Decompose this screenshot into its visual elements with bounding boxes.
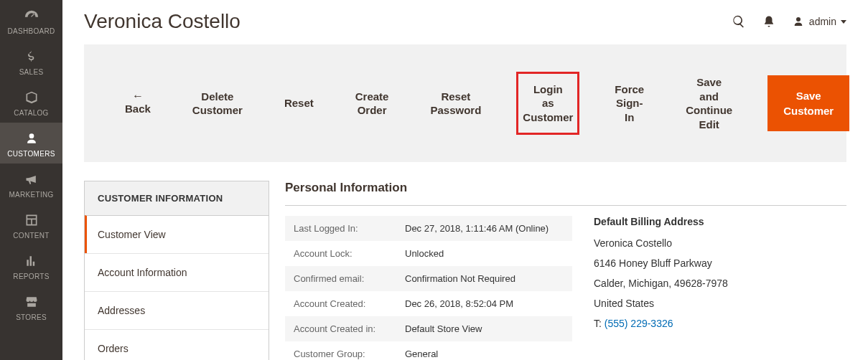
sidebar-item-catalog[interactable]: CATALOG [0, 82, 62, 123]
bell-icon[interactable] [762, 14, 776, 29]
delete-customer-button[interactable]: DeleteCustomer [186, 79, 249, 128]
address-phone: T: (555) 229-3326 [594, 318, 846, 329]
reset-password-button[interactable]: ResetPassword [424, 79, 487, 128]
sidebar-item-label: REPORTS [13, 273, 49, 280]
save-customer-button[interactable]: SaveCustomer [767, 75, 849, 131]
section-title: Personal Information [285, 181, 846, 206]
arrow-left-icon: ← [132, 90, 144, 102]
table-row: Last Logged In: Dec 27, 2018, 1:11:46 AM… [285, 216, 572, 241]
reset-button[interactable]: Reset [278, 85, 320, 121]
chevron-down-icon [841, 20, 846, 24]
admin-sidebar: DASHBOARD SALES CATALOG CUSTOMERS MARKET… [0, 0, 62, 360]
create-order-button[interactable]: CreateOrder [349, 79, 396, 128]
back-label: Back [125, 102, 151, 116]
address-street: 6146 Honey Bluff Parkway [594, 257, 846, 269]
details-panel: Personal Information Last Logged In: Dec… [285, 181, 846, 360]
box-icon [23, 89, 40, 106]
search-icon[interactable] [732, 14, 746, 29]
topbar: Veronica Costello admin [84, 0, 846, 40]
sidebar-item-dashboard[interactable]: DASHBOARD [0, 0, 62, 41]
sidebar-item-label: MARKETING [9, 191, 53, 199]
sidebar-item-reports[interactable]: REPORTS [0, 245, 62, 286]
page-title: Veronica Costello [84, 10, 241, 33]
sidebar-item-customers[interactable]: CUSTOMERS [0, 123, 62, 164]
info-value: General [396, 341, 572, 360]
info-value: Confirmation Not Required [396, 266, 572, 291]
billing-address: Default Billing Address Veronica Costell… [594, 216, 846, 360]
tab-addresses[interactable]: Addresses [85, 291, 269, 329]
back-button[interactable]: ← Back [118, 80, 157, 127]
personal-info-table: Last Logged In: Dec 27, 2018, 1:11:46 AM… [285, 216, 572, 360]
address-city: Calder, Michigan, 49628-7978 [594, 278, 846, 289]
login-as-customer-button[interactable]: LoginasCustomer [516, 72, 579, 136]
sidebar-item-label: STORES [16, 313, 47, 321]
info-label: Customer Group: [285, 341, 396, 360]
address-name: Veronica Costello [594, 237, 846, 249]
sidebar-item-label: CATALOG [14, 109, 48, 117]
megaphone-icon [23, 171, 40, 188]
save-continue-button[interactable]: Save andContinueEdit [679, 65, 739, 142]
table-row: Customer Group: General [285, 341, 572, 360]
info-label: Account Lock: [285, 241, 396, 266]
tab-orders[interactable]: Orders [85, 329, 269, 360]
gauge-icon [23, 7, 40, 24]
tabs-header: CUSTOMER INFORMATION [85, 181, 269, 215]
info-label: Last Logged In: [285, 216, 396, 241]
info-label: Confirmed email: [285, 266, 396, 291]
user-name: admin [809, 16, 836, 27]
action-bar: ← Back DeleteCustomer Reset CreateOrder … [84, 44, 846, 162]
sidebar-item-label: CUSTOMERS [7, 150, 55, 158]
table-row: Account Lock: Unlocked [285, 241, 572, 266]
info-label: Account Created: [285, 291, 396, 316]
address-country: United States [594, 298, 846, 309]
info-label: Account Created in: [285, 316, 396, 341]
info-value: Default Store View [396, 316, 572, 341]
store-icon [23, 293, 40, 311]
sidebar-item-label: SALES [19, 68, 44, 76]
sidebar-item-sales[interactable]: SALES [0, 41, 62, 82]
sidebar-item-marketing[interactable]: MARKETING [0, 164, 62, 204]
sidebar-item-label: DASHBOARD [7, 27, 55, 35]
sidebar-item-stores[interactable]: STORES [0, 286, 62, 327]
address-title: Default Billing Address [594, 216, 846, 227]
force-signin-button[interactable]: ForceSign-In [608, 72, 650, 136]
table-row: Account Created in: Default Store View [285, 316, 572, 341]
info-value: Dec 26, 2018, 8:52:04 PM [396, 291, 572, 316]
info-value: Dec 27, 2018, 1:11:46 AM (Online) [396, 216, 572, 241]
dollar-icon [23, 48, 40, 65]
tab-customer-view[interactable]: Customer View [85, 215, 269, 253]
sidebar-item-label: CONTENT [13, 232, 49, 240]
bar-chart-icon [23, 252, 40, 270]
customer-tabs: CUSTOMER INFORMATION Customer View Accou… [84, 181, 269, 360]
table-row: Account Created: Dec 26, 2018, 8:52:04 P… [285, 291, 572, 316]
user-menu[interactable]: admin [792, 15, 846, 28]
phone-link[interactable]: (555) 229-3326 [605, 318, 673, 329]
layout-icon [23, 212, 40, 229]
table-row: Confirmed email: Confirmation Not Requir… [285, 266, 572, 291]
info-value: Unlocked [396, 241, 572, 266]
phone-prefix: T: [594, 318, 605, 329]
sidebar-item-content[interactable]: CONTENT [0, 204, 62, 245]
tab-account-information[interactable]: Account Information [85, 253, 269, 291]
person-icon [23, 130, 40, 147]
user-icon [792, 15, 805, 28]
